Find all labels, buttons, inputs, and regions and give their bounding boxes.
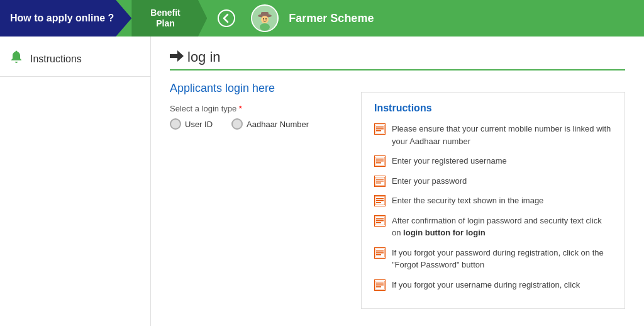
radio-circle-aadhaar [231, 118, 243, 130]
instruction-icon-1 [374, 155, 386, 167]
instructions-panel-title: Instructions [374, 103, 612, 114]
header: How to apply online ? BenefitPlan [0, 0, 644, 37]
how-to-apply-section[interactable]: How to apply online ? [0, 0, 131, 37]
instruction-text-6: If you forgot your username during regis… [392, 279, 580, 291]
svg-rect-13 [376, 128, 384, 130]
right-column: Instructions Please ensure that your cur… [361, 82, 625, 309]
svg-rect-16 [376, 159, 384, 160]
svg-rect-24 [376, 198, 384, 200]
instruction-icon-4 [374, 215, 386, 227]
instructions-panel: Instructions Please ensure that your cur… [361, 92, 625, 309]
svg-rect-17 [376, 160, 384, 162]
instruction-item-3: Enter the security text shown in the ima… [374, 194, 612, 207]
svg-rect-32 [376, 250, 384, 252]
instruction-icon-0 [374, 123, 386, 135]
how-to-apply-label: How to apply online ? [10, 13, 114, 24]
instruction-item-2: Enter your password [374, 175, 612, 188]
svg-rect-18 [376, 162, 381, 164]
svg-rect-26 [376, 202, 381, 203]
content-area: log in Applicants login here Select a lo… [151, 37, 644, 326]
radio-option-aadhaar[interactable]: Aadhaar Number [231, 118, 309, 130]
svg-rect-12 [376, 126, 384, 128]
svg-rect-33 [376, 252, 384, 254]
svg-rect-21 [376, 181, 384, 182]
svg-rect-28 [376, 218, 384, 220]
avatar [251, 4, 279, 32]
instruction-text-4: After confirmation of login password and… [392, 215, 612, 239]
instruction-text-2: Enter your password [392, 175, 467, 188]
svg-rect-9 [170, 54, 179, 58]
instruction-item-5: If you forgot your password during regis… [374, 247, 612, 271]
scheme-name: Farmer Scheme [284, 0, 374, 37]
page-title: log in [187, 49, 221, 65]
svg-rect-3 [261, 12, 269, 16]
instruction-item-4: After confirmation of login password and… [374, 215, 612, 239]
svg-point-4 [261, 16, 269, 23]
instruction-icon-5 [374, 247, 386, 259]
login-arrow-icon [170, 50, 184, 65]
page-title-row: log in [170, 49, 625, 70]
login-type-section: Select a login type * User ID Aadhaar Nu… [170, 104, 348, 130]
instruction-text-1: Enter your registered username [392, 155, 507, 167]
required-star: * [236, 104, 242, 113]
instruction-icon-3 [374, 195, 386, 206]
scheme-name-label: Farmer Scheme [289, 12, 374, 25]
instruction-icon-6 [374, 279, 386, 291]
svg-rect-14 [376, 130, 381, 132]
instruction-item-6: If you forgot your username during regis… [374, 279, 612, 291]
svg-rect-38 [376, 286, 381, 288]
svg-rect-37 [376, 284, 384, 286]
svg-rect-30 [376, 222, 381, 223]
content-columns: Applicants login here Select a login typ… [170, 82, 625, 309]
svg-point-5 [260, 23, 270, 31]
left-column: Applicants login here Select a login typ… [170, 82, 348, 309]
benefit-plan-section[interactable]: BenefitPlan [131, 0, 207, 37]
main-layout: Instructions log in Applicants login her… [0, 37, 644, 326]
radio-label-aadhaar: Aadhaar Number [247, 120, 309, 129]
svg-point-7 [265, 18, 267, 20]
instruction-icon-2 [374, 176, 386, 187]
farmer-avatar-icon [252, 6, 277, 31]
svg-rect-20 [376, 179, 384, 180]
svg-rect-25 [376, 200, 384, 201]
svg-rect-22 [376, 183, 381, 184]
bell-icon [10, 50, 23, 67]
svg-rect-29 [376, 220, 384, 222]
radio-circle-userid [170, 118, 181, 130]
sidebar-item-label: Instructions [30, 53, 82, 65]
radio-label-userid: User ID [185, 120, 213, 129]
back-circle-icon [217, 9, 236, 28]
radio-option-userid[interactable]: User ID [170, 118, 213, 130]
svg-point-6 [263, 18, 264, 20]
avatar-container [246, 0, 284, 37]
instruction-text-0: Please ensure that your current mobile n… [392, 123, 612, 147]
svg-rect-34 [376, 254, 381, 256]
back-button[interactable] [207, 0, 246, 37]
svg-point-0 [218, 10, 235, 26]
benefit-plan-label: BenefitPlan [150, 8, 180, 29]
instruction-item-1: Enter your registered username [374, 155, 612, 167]
login-type-label: Select a login type * [170, 104, 348, 113]
radio-options: User ID Aadhaar Number [170, 118, 348, 130]
bold-login-text: login button for login [403, 228, 486, 237]
svg-marker-10 [177, 50, 184, 62]
instruction-item-0: Please ensure that your current mobile n… [374, 123, 612, 147]
svg-rect-36 [376, 283, 384, 284]
svg-point-8 [16, 51, 18, 53]
instruction-text-5: If you forgot your password during regis… [392, 247, 612, 271]
instruction-text-3: Enter the security text shown in the ima… [392, 194, 543, 207]
sidebar-item-instructions[interactable]: Instructions [0, 42, 150, 77]
applicants-login-heading: Applicants login here [170, 82, 348, 95]
sidebar: Instructions [0, 37, 151, 326]
